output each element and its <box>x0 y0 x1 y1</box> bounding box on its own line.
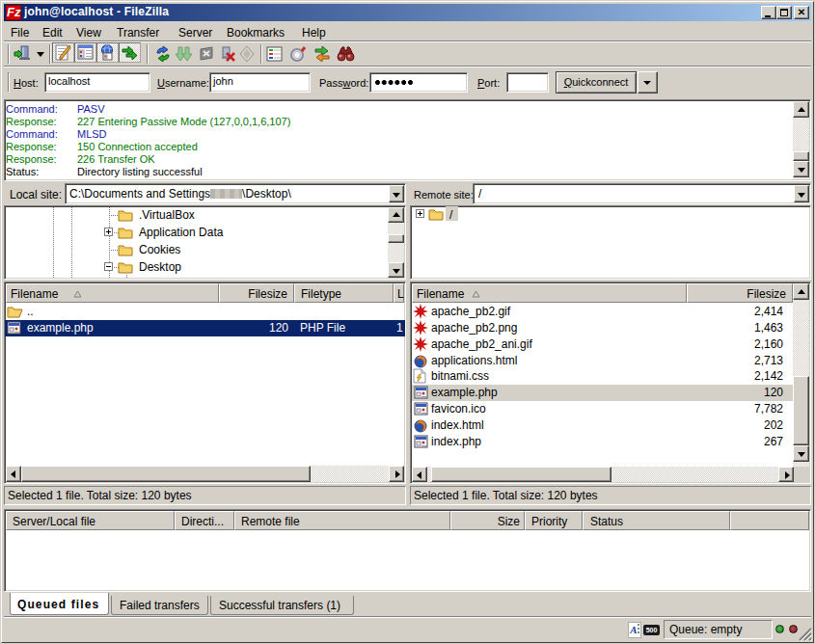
svg-text:A: A <box>629 624 637 635</box>
